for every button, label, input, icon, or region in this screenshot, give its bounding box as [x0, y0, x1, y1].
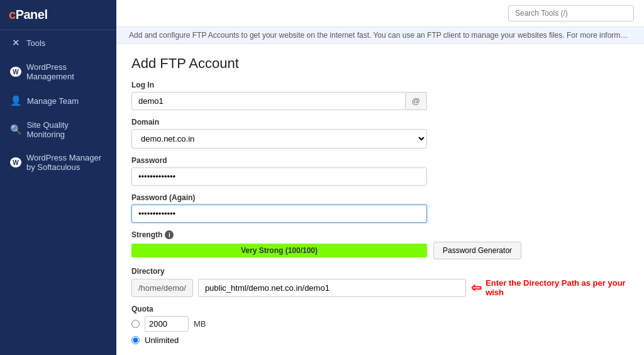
- logo-container: cPanel: [0, 0, 116, 30]
- password-group: Password: [131, 156, 629, 186]
- domain-group: Domain demo.net.co.in: [131, 118, 629, 149]
- sidebar-item-label: WordPress Manager by Softaculous: [26, 153, 106, 172]
- unlimited-label: Unlimited: [145, 335, 179, 345]
- sidebar-item-tools[interactable]: ✕ Tools: [0, 30, 116, 55]
- banner: Add and configure FTP Accounts to get yo…: [116, 27, 644, 44]
- password-again-label: Password (Again): [131, 193, 629, 202]
- password-again-input[interactable]: [131, 205, 427, 223]
- strength-bar: Very Strong (100/100): [131, 244, 427, 257]
- login-input-wrapper: @: [131, 92, 427, 110]
- arrow-left-icon: ⇦: [471, 280, 482, 295]
- site-quality-icon: 🔍: [10, 124, 21, 135]
- sidebar-item-label: Tools: [26, 38, 45, 48]
- sidebar-nav: ✕ Tools W WordPress Management 👤 Manage …: [0, 30, 116, 355]
- strength-label-row: Strength i: [131, 230, 629, 239]
- domain-label: Domain: [131, 118, 629, 127]
- sidebar-item-label: WordPress Management: [26, 62, 106, 81]
- strength-label-text: Strength: [131, 230, 162, 239]
- directory-input[interactable]: [198, 279, 466, 297]
- directory-prefix: /home/demo/: [131, 279, 193, 297]
- password-label: Password: [131, 156, 629, 165]
- sidebar-item-manage-team[interactable]: 👤 Manage Team: [0, 88, 116, 113]
- search-input[interactable]: [508, 5, 634, 21]
- wordpress-manager-icon: W: [10, 157, 21, 167]
- quota-group: Quota MB Unlimited: [131, 305, 629, 345]
- password-again-group: Password (Again): [131, 193, 629, 223]
- tools-icon: ✕: [10, 37, 21, 48]
- content-area: Add FTP Account Log In @ Domain demo.net…: [116, 44, 644, 355]
- quota-unit: MB: [194, 319, 206, 329]
- domain-select[interactable]: demo.net.co.in: [131, 129, 427, 149]
- main-content: Add and configure FTP Accounts to get yo…: [116, 0, 644, 355]
- directory-annotation: ⇦ Enter the Directory Path as per your w…: [471, 278, 629, 297]
- page-title: Add FTP Account: [131, 55, 629, 72]
- strength-bar-text: Very Strong (100/100): [241, 246, 318, 255]
- quota-mb-radio[interactable]: [131, 320, 140, 328]
- topbar: [116, 0, 644, 27]
- sidebar-item-site-quality[interactable]: 🔍 Site Quality Monitoring: [0, 113, 116, 146]
- login-label: Log In: [131, 81, 629, 89]
- sidebar-item-label: Manage Team: [27, 96, 79, 106]
- quota-unlimited-radio[interactable]: [131, 336, 140, 344]
- directory-label: Directory: [131, 267, 629, 276]
- directory-group: Directory /home/demo/ ⇦ Enter the Direct…: [131, 267, 629, 297]
- password-input[interactable]: [131, 167, 427, 186]
- login-group: Log In @: [131, 81, 629, 110]
- quota-unlimited-row: Unlimited: [131, 335, 629, 345]
- quota-label: Quota: [131, 305, 629, 313]
- sidebar-item-wordpress-management[interactable]: W WordPress Management: [0, 55, 116, 88]
- annotation-text: Enter the Directory Path as per your wis…: [486, 278, 629, 297]
- wordpress-icon: W: [10, 67, 21, 77]
- password-generator-button[interactable]: Password Generator: [433, 242, 521, 259]
- sidebar-item-wordpress-manager[interactable]: W WordPress Manager by Softaculous: [0, 146, 116, 179]
- banner-text: Add and configure FTP Accounts to get yo…: [129, 31, 644, 40]
- sidebar: cPanel ✕ Tools W WordPress Management 👤 …: [0, 0, 116, 355]
- quota-mb-row: MB: [131, 316, 629, 332]
- strength-info-icon[interactable]: i: [165, 230, 174, 239]
- sidebar-item-label: Site Quality Monitoring: [26, 120, 106, 139]
- quota-value-input[interactable]: [145, 316, 189, 332]
- login-input[interactable]: [131, 92, 406, 110]
- manage-team-icon: 👤: [10, 95, 22, 106]
- at-icon: @: [406, 92, 427, 110]
- strength-group: Strength i Very Strong (100/100) Passwor…: [131, 230, 629, 259]
- directory-row: /home/demo/ ⇦ Enter the Directory Path a…: [131, 278, 629, 297]
- cpanel-logo: cPanel: [9, 8, 47, 22]
- strength-bar-wrapper: Very Strong (100/100) Password Generator: [131, 242, 629, 259]
